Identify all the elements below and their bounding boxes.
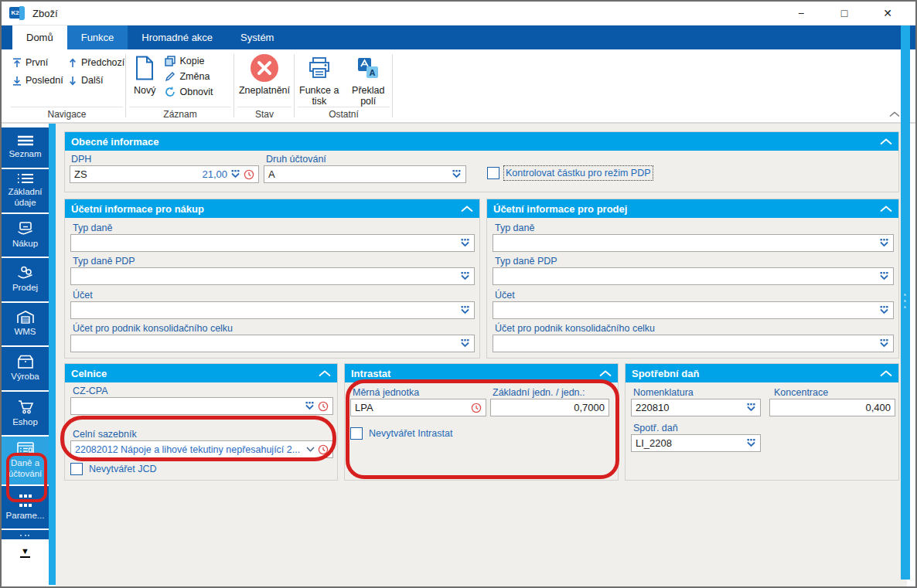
sidebar-item-wms[interactable]: WMS (2, 303, 49, 345)
sidebar-splitter[interactable] (49, 124, 56, 585)
svg-text:A: A (370, 68, 376, 77)
dropdown-icon[interactable] (460, 339, 470, 348)
koncentrace-label: Koncentrace (774, 387, 828, 398)
nomenklatura-label: Nomenklatura (633, 387, 694, 398)
sidebar-item-seznam[interactable]: Seznam (2, 127, 49, 168)
panel-spotrebni-dan: Spotřební daň Nomenklatura 220810 Koncen… (625, 363, 899, 481)
collapse-chevron-icon[interactable] (880, 138, 892, 145)
nomenklatura-field[interactable]: 220810 (631, 399, 761, 416)
ucet-field[interactable] (493, 301, 894, 319)
dropdown-icon[interactable] (879, 306, 889, 314)
collapse-chevron-icon[interactable] (880, 206, 892, 212)
translate-icon: A (356, 54, 380, 82)
ribbon-group-ostatni: Funkce a tisk A Překlad polí Ostatní (295, 49, 393, 122)
pdp-checkbox-row: Kontrolovat částku pro režim PDP (487, 167, 651, 179)
typ-dane-field[interactable] (493, 234, 894, 252)
sidebar-item-dane-a-uctovani[interactable]: Daně a účtování (2, 437, 49, 484)
sidebar-item-zakladni-udaje[interactable]: Základní údaje (2, 169, 49, 212)
close-button[interactable]: ✕ (880, 7, 895, 19)
ribbon-group-zaznam: Nový Kopie Změna Obnovit Záznam (126, 49, 234, 122)
collapse-chevron-icon[interactable] (319, 370, 331, 377)
collapse-chevron-icon[interactable] (599, 370, 612, 377)
sidebar-item-nakup[interactable]: Nákup (2, 214, 49, 257)
tab-domu[interactable]: Domů (12, 25, 67, 49)
prvni-button[interactable]: První (12, 57, 68, 68)
right-splitter-scrollbar[interactable] (901, 25, 910, 580)
refresh-icon (165, 87, 176, 97)
typ-dane-pdp-field[interactable] (493, 267, 894, 285)
dropdown-icon[interactable] (460, 306, 470, 314)
druh-uctovani-field[interactable]: A (264, 165, 466, 183)
zmena-button[interactable]: Změna (165, 71, 213, 82)
ucet-konsolidace-field[interactable] (493, 335, 894, 352)
minimize-button[interactable]: − (793, 7, 809, 19)
dropdown-icon[interactable] (746, 439, 756, 447)
tab-funkce[interactable]: Funkce (67, 25, 128, 49)
sidebar-item-parametry[interactable]: Parame... (2, 486, 49, 529)
new-document-icon (135, 54, 155, 82)
dropdown-icon[interactable] (230, 170, 240, 178)
tab-system[interactable]: Systém (227, 25, 288, 49)
cz-cpa-field[interactable] (70, 397, 333, 415)
typ-dane-field[interactable] (70, 234, 475, 252)
box-icon (17, 355, 34, 369)
kopie-button[interactable]: Kopie (165, 56, 213, 66)
predchozi-button[interactable]: Předchozí (68, 57, 128, 68)
invalidate-red-x-icon (250, 54, 279, 82)
group-label-navigace: Navigace (11, 107, 123, 121)
spotr-dan-label: Spotř. daň (633, 423, 678, 433)
sidebar-item-eshop[interactable]: Eshop (2, 392, 49, 435)
typ-dane-pdp-field[interactable] (70, 267, 475, 285)
celni-sazebnik-field[interactable]: 22082012 Nápoje a lihové tekutiny nepřes… (70, 440, 333, 458)
posledni-button[interactable]: Poslední (12, 75, 68, 86)
dropdown-icon[interactable] (460, 272, 470, 280)
koncentrace-field[interactable]: 0,400 (769, 399, 895, 416)
tab-hromadne-akce[interactable]: Hromadné akce (128, 25, 227, 49)
sidebar-more-button[interactable]: ▼ (2, 541, 49, 564)
dalsi-button[interactable]: Další (68, 75, 128, 86)
partial-icon (19, 532, 32, 537)
merna-jednotka-field[interactable]: LPA (350, 399, 486, 416)
dropdown-icon[interactable] (305, 402, 315, 410)
arrow-down-to-bar-icon (12, 76, 22, 86)
dropdown-icon[interactable] (746, 403, 756, 412)
dropdown-icon[interactable] (879, 239, 889, 247)
jcd-checkbox[interactable] (70, 463, 83, 475)
intrastat-checkbox[interactable] (350, 427, 363, 440)
history-clock-icon[interactable] (318, 401, 329, 412)
collapse-chevron-icon[interactable] (880, 370, 892, 377)
ucet-field[interactable] (70, 301, 475, 319)
pdp-checkbox[interactable] (487, 167, 499, 179)
sidebar-item-vyroba[interactable]: Výroba (2, 347, 49, 390)
panel-intrastat: Intrastat Měrná jednotka LPA Základní je… (344, 363, 619, 481)
dropdown-icon[interactable] (460, 239, 470, 247)
group-label-zaznam: Záznam (129, 107, 231, 121)
pdp-checkbox-label[interactable]: Kontrolovat částku pro režim PDP (506, 168, 651, 178)
history-clock-icon[interactable] (318, 444, 329, 455)
ucet-label: Účet (495, 290, 515, 301)
intrastat-checkbox-row: Nevytvářet Intrastat (350, 427, 452, 440)
dropdown-icon[interactable] (879, 272, 889, 280)
sidebar: Seznam Základní údaje Nákup Prodej WMS V… (2, 124, 49, 586)
collapse-ribbon-chevron-icon[interactable] (889, 111, 900, 117)
sidebar-item-partial[interactable] (2, 530, 49, 539)
dropdown-icon[interactable] (452, 170, 462, 178)
history-clock-icon[interactable] (471, 403, 482, 413)
printer-icon (308, 54, 331, 82)
spotr-dan-field[interactable]: LI_2208 (631, 434, 761, 452)
dph-rate-value: 21,00 (152, 168, 227, 180)
jcd-checkbox-label[interactable]: Nevytvářet JCD (89, 464, 157, 474)
sidebar-item-prodej[interactable]: Prodej (2, 258, 49, 301)
obnovit-button[interactable]: Obnovit (165, 87, 213, 97)
chevron-down-more-icon: ▼ (20, 547, 30, 558)
zakladni-jedn-field[interactable]: 0,7000 (490, 399, 609, 416)
collapse-chevron-icon[interactable] (461, 206, 473, 212)
chevron-down-icon[interactable] (306, 447, 315, 452)
dph-field[interactable]: ZS 21,00 (70, 165, 259, 183)
maximize-button[interactable]: □ (837, 7, 852, 19)
history-clock-icon[interactable] (244, 169, 254, 180)
ucet-konsolidace-field[interactable] (70, 335, 475, 352)
intrastat-checkbox-label[interactable]: Nevytvářet Intrastat (369, 428, 452, 439)
arrow-up-icon (68, 58, 77, 68)
dropdown-icon[interactable] (879, 339, 889, 348)
